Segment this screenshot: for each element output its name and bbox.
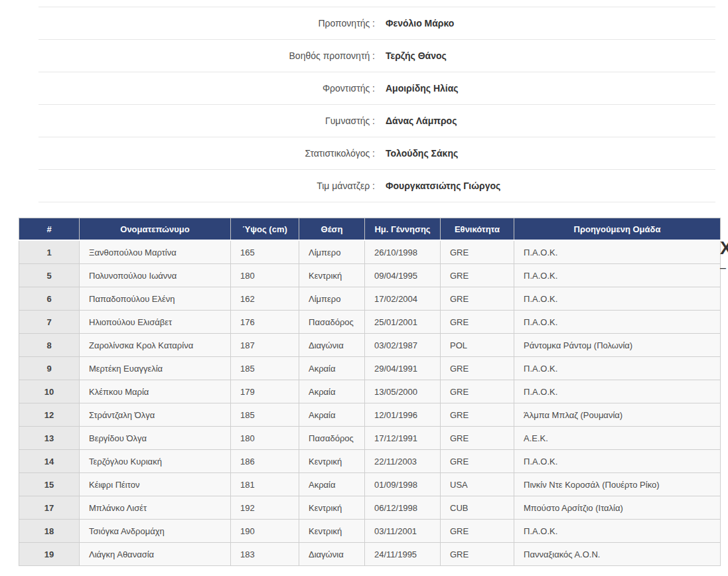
- player-name: Μερτέκη Ευαγγελία: [80, 357, 231, 380]
- player-nationality: GRE: [441, 520, 514, 543]
- player-previous-team: Άλμπα Μπλαζ (Ρουμανία): [514, 403, 721, 427]
- player-name: Πολυνοπούλου Ιωάννα: [80, 264, 231, 287]
- clipped-right-glyph: Χ: [720, 240, 728, 257]
- player-birthdate: 17/12/1991: [365, 427, 441, 450]
- player-table-header: #ΟνοματεπώνυμοΎψος (cm)ΘέσηΗμ. ΓέννησηςΕ…: [19, 218, 721, 241]
- staff-role-label: Τιμ μάνατζερ :: [38, 180, 375, 191]
- player-nationality: GRE: [441, 380, 514, 403]
- player-nationality: GRE: [441, 450, 514, 473]
- staff-role-label: Βοηθός προπονητή :: [38, 50, 375, 61]
- player-name: Τσιόγκα Ανδρομάχη: [80, 520, 231, 543]
- column-header-player-previous-team: Προηγούμενη Ομάδα: [514, 218, 721, 241]
- table-row: 9Μερτέκη Ευαγγελία185Ακραία29/04/1991GRE…: [19, 357, 721, 380]
- player-nationality: USA: [441, 473, 514, 496]
- player-position: Ακραία: [299, 403, 365, 427]
- player-number: 6: [19, 287, 80, 311]
- player-birthdate: 29/04/1991: [365, 357, 441, 380]
- player-nationality: POL: [441, 334, 514, 357]
- player-number: 14: [19, 450, 80, 473]
- player-number: 8: [19, 334, 80, 357]
- player-position: Κεντρική: [299, 520, 365, 543]
- player-position: Κεντρική: [299, 496, 365, 520]
- player-birthdate: 09/04/1995: [365, 264, 441, 287]
- player-previous-team: Π.Α.Ο.Κ.: [514, 450, 721, 473]
- table-row: 17Μπλάνκο Λισέτ192Κεντρική06/12/1998CUBΜ…: [19, 496, 721, 520]
- player-birthdate: 22/11/2003: [365, 450, 441, 473]
- player-height: 180: [231, 264, 299, 287]
- player-name: Ξανθοπούλου Μαρτίνα: [80, 240, 231, 264]
- player-number: 12: [19, 403, 80, 427]
- table-row: 10Κλέπκου Μαρία179Ακραία13/05/2000GREΠ.Α…: [19, 380, 721, 403]
- player-height: 192: [231, 496, 299, 520]
- player-nationality: CUB: [441, 496, 514, 520]
- table-row: 13Βεργίδου Όλγα180Πασαδόρος17/12/1991GRE…: [19, 427, 721, 450]
- player-name: Βεργίδου Όλγα: [80, 427, 231, 450]
- header-row: #ΟνοματεπώνυμοΎψος (cm)ΘέσηΗμ. ΓέννησηςΕ…: [19, 218, 721, 241]
- player-position: Ακραία: [299, 473, 365, 496]
- player-height: 186: [231, 450, 299, 473]
- player-birthdate: 03/02/1987: [365, 334, 441, 357]
- player-name: Ζαρολίνσκα Κρολ Καταρίνα: [80, 334, 231, 357]
- player-height: 181: [231, 473, 299, 496]
- player-height: 185: [231, 403, 299, 427]
- column-header-player-birthdate: Ημ. Γέννησης: [365, 218, 441, 241]
- player-height: 176: [231, 311, 299, 334]
- player-name: Κλέπκου Μαρία: [80, 380, 231, 403]
- staff-person-name: Αμοιρίδης Ηλίας: [386, 83, 459, 94]
- player-height: 180: [231, 427, 299, 450]
- staff-role-label: Φροντιστής :: [38, 83, 375, 94]
- player-previous-team: Π.Α.Ο.Κ.: [514, 264, 721, 287]
- player-number: 18: [19, 520, 80, 543]
- player-position: Πασαδόρος: [299, 427, 365, 450]
- player-birthdate: 24/11/1995: [365, 543, 441, 566]
- player-number: 13: [19, 427, 80, 450]
- player-name: Μπλάνκο Λισέτ: [80, 496, 231, 520]
- player-table-wrap: #ΟνοματεπώνυμοΎψος (cm)ΘέσηΗμ. ΓέννησηςΕ…: [19, 218, 715, 566]
- player-previous-team: Ράντομκα Ράντομ (Πολωνία): [514, 334, 721, 357]
- player-nationality: GRE: [441, 403, 514, 427]
- table-row: 19Λιάγκη Αθανασία183Διαγώνια24/11/1995GR…: [19, 543, 721, 566]
- table-row: 7Ηλιοπούλου Ελισάβετ176Πασαδόρος25/01/20…: [19, 311, 721, 334]
- player-previous-team: Π.Α.Ο.Κ.: [514, 287, 721, 311]
- player-position: Διαγώνια: [299, 543, 365, 566]
- player-previous-team: Π.Α.Ο.Κ.: [514, 520, 721, 543]
- player-birthdate: 01/09/1998: [365, 473, 441, 496]
- player-height: 162: [231, 287, 299, 311]
- player-height: 185: [231, 357, 299, 380]
- player-previous-team: Π.Α.Ο.Κ.: [514, 311, 721, 334]
- table-row: 12Στράντζαλη Όλγα185Ακραία12/01/1996GREΆ…: [19, 403, 721, 427]
- player-height: 165: [231, 240, 299, 264]
- player-birthdate: 26/10/1998: [365, 240, 441, 264]
- player-birthdate: 17/02/2004: [365, 287, 441, 311]
- player-previous-team: Α.Ε.Κ.: [514, 427, 721, 450]
- player-height: 179: [231, 380, 299, 403]
- player-name: Στράντζαλη Όλγα: [80, 403, 231, 427]
- player-number: 10: [19, 380, 80, 403]
- staff-person-name: Δάνας Λάμπρος: [386, 115, 457, 126]
- player-previous-team: Π.Α.Ο.Κ.: [514, 380, 721, 403]
- staff-role-label: Γυμναστής :: [38, 115, 375, 126]
- staff-row: Τιμ μάνατζερ :Φουργκατσιώτης Γιώργος: [38, 169, 715, 202]
- table-row: 18Τσιόγκα Ανδρομάχη190Κεντρική03/11/2001…: [19, 520, 721, 543]
- player-nationality: GRE: [441, 264, 514, 287]
- player-previous-team: Πανναξιακός Α.Ο.Ν.: [514, 543, 721, 566]
- column-header-player-height: Ύψος (cm): [231, 218, 299, 241]
- player-position: Ακραία: [299, 380, 365, 403]
- table-row: 1Ξανθοπούλου Μαρτίνα165Λίμπερο26/10/1998…: [19, 240, 721, 264]
- staff-person-name: Τολούδης Σάκης: [386, 148, 458, 159]
- player-nationality: GRE: [441, 287, 514, 311]
- player-previous-team: Μπούστο Αρσίτζιο (Ιταλία): [514, 496, 721, 520]
- player-name: Τερζόγλου Κυριακή: [80, 450, 231, 473]
- table-row: 14Τερζόγλου Κυριακή186Κεντρική22/11/2003…: [19, 450, 721, 473]
- player-name: Ηλιοπούλου Ελισάβετ: [80, 311, 231, 334]
- staff-section: Προπονητής :Φενόλιο ΜάρκοΒοηθός προπονητ…: [38, 7, 715, 202]
- player-number: 15: [19, 473, 80, 496]
- player-number: 7: [19, 311, 80, 334]
- column-header-player-number: #: [19, 218, 80, 241]
- player-table: #ΟνοματεπώνυμοΎψος (cm)ΘέσηΗμ. ΓέννησηςΕ…: [19, 218, 721, 566]
- staff-role-label: Προπονητής :: [38, 18, 375, 29]
- player-number: 1: [19, 240, 80, 264]
- player-nationality: GRE: [441, 357, 514, 380]
- table-row: 8Ζαρολίνσκα Κρολ Καταρίνα187Διαγώνια03/0…: [19, 334, 721, 357]
- player-table-body: 1Ξανθοπούλου Μαρτίνα165Λίμπερο26/10/1998…: [19, 240, 721, 566]
